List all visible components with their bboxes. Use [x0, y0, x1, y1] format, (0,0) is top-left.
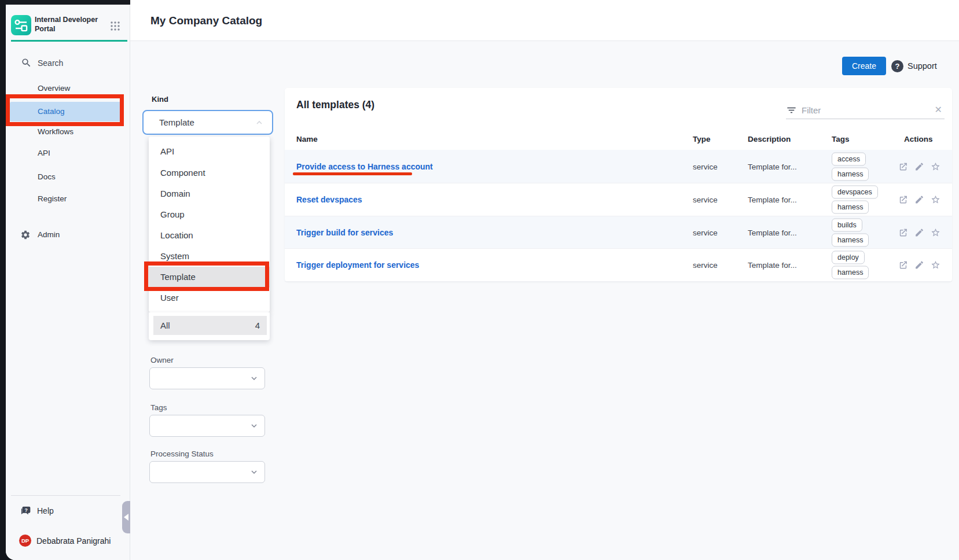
- help-icon: ?: [20, 504, 32, 517]
- open-in-new-icon[interactable]: [898, 161, 908, 171]
- kind-count-label: All: [160, 316, 170, 335]
- open-in-new-icon[interactable]: [898, 227, 908, 237]
- column-header-description: Description: [748, 135, 791, 143]
- table-row: Reset devspaces service Template for... …: [285, 183, 952, 216]
- star-icon[interactable]: [931, 195, 940, 205]
- processing-status-select[interactable]: [149, 461, 265, 483]
- sidebar-item-admin[interactable]: Admin: [6, 225, 130, 245]
- edit-pencil-icon[interactable]: [914, 227, 924, 237]
- kind-option-location[interactable]: Location: [149, 225, 270, 246]
- kind-option-group[interactable]: Group: [149, 204, 270, 225]
- row-description: Template for...: [748, 228, 797, 237]
- row-tags: access harness: [832, 152, 869, 180]
- row-description: Template for...: [748, 162, 797, 171]
- idp-logo-icon: [11, 15, 31, 35]
- column-header-name: Name: [296, 135, 318, 143]
- kind-count-panel: All 4: [149, 312, 270, 340]
- sidebar-item-register[interactable]: Register: [6, 189, 126, 209]
- sidebar: Internal DeveloperPortal Search Overview…: [6, 0, 130, 560]
- page-header: My Company Catalog: [130, 0, 959, 41]
- chevron-left-icon: [124, 514, 128, 521]
- row-actions: [898, 260, 940, 270]
- tag-chip: devspaces: [832, 186, 878, 199]
- chevron-down-icon: [249, 421, 259, 430]
- tags-filter-label: Tags: [150, 403, 167, 412]
- row-actions: [898, 227, 940, 237]
- help-label: Help: [37, 503, 54, 518]
- row-type: service: [693, 261, 718, 270]
- row-actions: [898, 161, 940, 171]
- gear-icon: [20, 230, 31, 240]
- window-edge: [6, 0, 130, 5]
- kind-count-row-all[interactable]: All 4: [153, 316, 267, 335]
- table-row: Trigger build for services service Templ…: [285, 216, 952, 249]
- page-title: My Company Catalog: [150, 0, 262, 41]
- kind-select[interactable]: Template: [142, 110, 273, 135]
- kind-option-component[interactable]: Component: [149, 163, 270, 183]
- search-label: Search: [38, 54, 63, 72]
- help-button[interactable]: ? Help: [6, 503, 122, 518]
- tag-chip: harness: [832, 201, 869, 214]
- open-in-new-icon[interactable]: [898, 195, 908, 205]
- chevron-up-icon: [255, 118, 264, 127]
- tag-chip: harness: [832, 266, 869, 279]
- sidebar-divider: [11, 495, 120, 496]
- sidebar-item-admin-label: Admin: [38, 225, 60, 245]
- svg-text:?: ?: [25, 507, 28, 513]
- support-link[interactable]: Support: [907, 58, 937, 74]
- filter-list-icon: [786, 105, 797, 116]
- create-button[interactable]: Create: [842, 57, 886, 75]
- open-in-new-icon[interactable]: [898, 260, 908, 270]
- templates-table-card: All templates (4) ✕ Name Type Descriptio…: [285, 88, 952, 282]
- support-help-icon[interactable]: ?: [891, 60, 903, 72]
- kind-select-value: Template: [159, 111, 194, 134]
- app-window: Internal DeveloperPortal Search Overview…: [6, 0, 959, 560]
- chevron-down-icon: [249, 374, 259, 383]
- table-title: All templates (4): [296, 99, 374, 111]
- kind-filter-label: Kind: [152, 95, 168, 104]
- row-tags: builds harness: [832, 218, 869, 246]
- brand-divider: [11, 40, 127, 42]
- chevron-down-icon: [249, 467, 259, 477]
- star-icon[interactable]: [931, 161, 940, 171]
- template-link[interactable]: Trigger build for services: [296, 228, 393, 237]
- clear-filter-icon[interactable]: ✕: [935, 104, 942, 116]
- star-icon[interactable]: [931, 260, 940, 270]
- sidebar-item-docs[interactable]: Docs: [6, 167, 126, 187]
- tag-chip: builds: [832, 218, 862, 231]
- annotation-box-template: [144, 261, 269, 291]
- kind-count-value: 4: [255, 316, 260, 335]
- tag-chip: harness: [832, 233, 869, 246]
- table-filter: ✕: [786, 102, 945, 119]
- edit-pencil-icon[interactable]: [914, 195, 924, 205]
- sidebar-collapse-handle[interactable]: [122, 501, 130, 533]
- table-row: Provide access to Harness account servic…: [285, 150, 952, 183]
- user-profile[interactable]: DP Debabrata Panigrahi: [6, 534, 127, 548]
- sidebar-item-api[interactable]: API: [6, 143, 126, 163]
- row-description: Template for...: [748, 261, 797, 270]
- row-actions: [898, 195, 940, 205]
- sidebar-search[interactable]: Search: [6, 54, 130, 72]
- owner-filter-label: Owner: [150, 356, 174, 364]
- user-name: Debabrata Panigrahi: [36, 534, 111, 548]
- kind-option-domain[interactable]: Domain: [149, 183, 270, 204]
- tag-chip: deploy: [832, 251, 865, 264]
- annotation-underline: [293, 172, 412, 175]
- table-row: Trigger deployment for services service …: [285, 249, 952, 282]
- edit-pencil-icon[interactable]: [914, 161, 924, 171]
- star-icon[interactable]: [931, 227, 940, 237]
- edit-pencil-icon[interactable]: [914, 260, 924, 270]
- template-link[interactable]: Trigger deployment for services: [296, 260, 419, 270]
- column-header-actions: Actions: [904, 135, 933, 143]
- avatar: DP: [19, 535, 31, 547]
- brand-title: Internal DeveloperPortal: [35, 15, 98, 34]
- template-link[interactable]: Reset devspaces: [296, 195, 362, 204]
- table-filter-input[interactable]: [802, 102, 923, 118]
- owner-select[interactable]: [149, 367, 265, 389]
- app-grid-icon[interactable]: [110, 21, 120, 31]
- row-type: service: [693, 196, 718, 204]
- template-link[interactable]: Provide access to Harness account: [296, 162, 433, 171]
- kind-option-api[interactable]: API: [149, 141, 270, 162]
- tags-select[interactable]: [149, 415, 265, 437]
- screenshot-root: Internal DeveloperPortal Search Overview…: [0, 0, 959, 560]
